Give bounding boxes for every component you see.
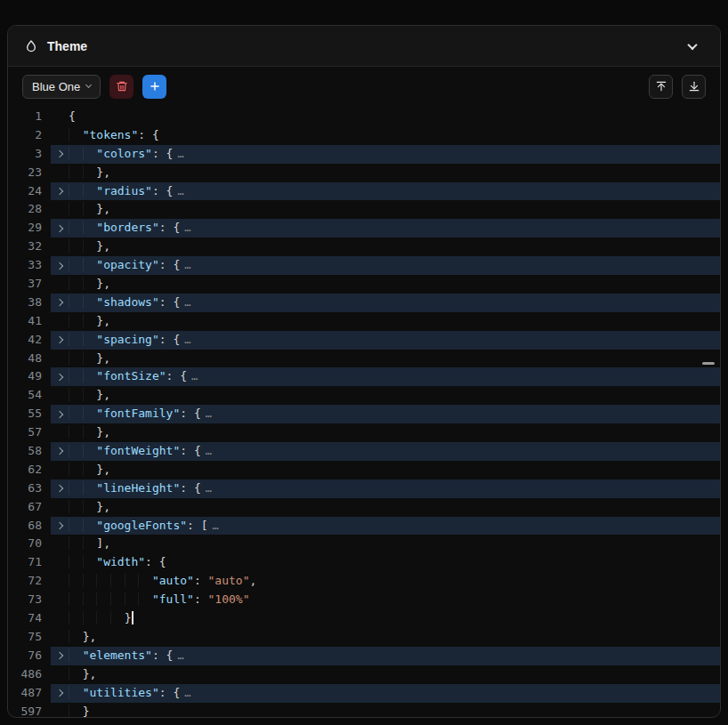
code-text: "width": { xyxy=(69,553,166,572)
editor-line[interactable]: 73 "full": "100%" xyxy=(8,591,720,609)
trash-icon xyxy=(116,80,128,93)
collapse-panel-button[interactable] xyxy=(681,35,704,58)
editor-line[interactable]: 24 "radius": {… xyxy=(8,182,720,201)
editor-line[interactable]: 1{ xyxy=(8,108,720,126)
plus-icon xyxy=(149,80,161,93)
editor-line[interactable]: 76 "elements": {… xyxy=(8,647,720,665)
editor-line[interactable]: 48 }, xyxy=(8,350,720,368)
editor-line[interactable]: 57 }, xyxy=(8,423,720,442)
editor-line[interactable]: 41 }, xyxy=(8,312,720,331)
code-text: "utilities": {… xyxy=(69,684,191,703)
line-number: 75 xyxy=(8,628,51,647)
fold-placeholder[interactable]: … xyxy=(180,259,191,271)
code-text: "elements": {… xyxy=(69,647,185,665)
fold-chevron-icon[interactable] xyxy=(51,479,69,498)
fold-gutter xyxy=(51,350,69,368)
theme-select[interactable]: Blue One xyxy=(22,75,101,99)
editor-line[interactable]: 62 }, xyxy=(8,461,720,479)
editor-line[interactable]: 58 "fontWeight": {… xyxy=(8,442,720,461)
line-number: 1 xyxy=(8,108,51,126)
toolbar: Blue One xyxy=(8,67,720,106)
fold-gutter xyxy=(51,200,69,219)
fold-gutter xyxy=(51,423,69,442)
editor-line[interactable]: 70 ], xyxy=(8,535,720,553)
fold-placeholder[interactable]: … xyxy=(187,370,198,383)
fold-gutter xyxy=(51,164,69,182)
fold-chevron-icon[interactable] xyxy=(51,256,69,275)
fold-placeholder[interactable]: … xyxy=(180,222,191,234)
editor-line[interactable]: 33 "opacity": {… xyxy=(8,256,720,275)
line-number: 72 xyxy=(8,572,51,591)
editor-line[interactable]: 74 } xyxy=(8,609,720,628)
fold-placeholder[interactable]: … xyxy=(201,407,213,420)
editor-line[interactable]: 54 }, xyxy=(8,386,720,405)
editor-line[interactable]: 49 "fontSize": {… xyxy=(8,367,720,386)
editor-line[interactable]: 2 "tokens": { xyxy=(8,126,720,145)
editor-line[interactable]: 37 }, xyxy=(8,275,720,294)
line-number: 3 xyxy=(8,145,51,164)
editor-line[interactable]: 42 "spacing": {… xyxy=(8,331,720,350)
fold-chevron-icon[interactable] xyxy=(51,647,69,665)
editor-line[interactable]: 75 }, xyxy=(8,628,720,647)
editor-line[interactable]: 55 "fontFamily": {… xyxy=(8,405,720,423)
fold-chevron-icon[interactable] xyxy=(51,145,69,164)
fold-placeholder[interactable]: … xyxy=(173,649,184,662)
fold-placeholder[interactable]: … xyxy=(180,334,191,346)
editor-line[interactable]: 63 "lineHeight": {… xyxy=(8,479,720,498)
fold-placeholder[interactable]: … xyxy=(180,687,191,699)
fold-chevron-icon[interactable] xyxy=(51,405,69,423)
code-text: "opacity": {… xyxy=(69,256,191,275)
editor-line[interactable]: 3 "colors": {… xyxy=(8,145,720,164)
editor-line[interactable]: 597 } xyxy=(8,703,720,718)
theme-panel: Theme Blue One xyxy=(7,25,721,718)
code-text: } xyxy=(69,609,133,628)
add-theme-button[interactable] xyxy=(142,75,166,99)
fold-placeholder[interactable]: … xyxy=(180,296,191,309)
upload-theme-button[interactable] xyxy=(649,75,673,99)
delete-theme-button[interactable] xyxy=(109,75,133,99)
code-text: }, xyxy=(69,665,96,684)
code-editor[interactable]: 1{2 "tokens": {3 "colors": {…23 },24 "ra… xyxy=(8,106,720,717)
fold-chevron-icon[interactable] xyxy=(51,367,69,386)
editor-line[interactable]: 67 }, xyxy=(8,498,720,517)
fold-placeholder[interactable]: … xyxy=(201,482,213,495)
theme-droplet-icon xyxy=(24,39,38,53)
editor-line[interactable]: 487 "utilities": {… xyxy=(8,684,720,703)
scrollbar-thumb[interactable] xyxy=(702,362,715,365)
code-text: "googleFonts": [… xyxy=(69,517,220,536)
fold-gutter xyxy=(51,461,69,479)
editor-line[interactable]: 28 }, xyxy=(8,200,720,219)
editor-line[interactable]: 71 "width": { xyxy=(8,553,720,572)
editor-line[interactable]: 486 }, xyxy=(8,665,720,684)
code-text: }, xyxy=(69,423,110,442)
editor-line[interactable]: 68 "googleFonts": [… xyxy=(8,517,720,536)
fold-gutter xyxy=(51,238,69,256)
fold-chevron-icon[interactable] xyxy=(51,331,69,350)
editor-line[interactable]: 38 "shadows": {… xyxy=(8,294,720,312)
code-text: "lineHeight": {… xyxy=(69,479,213,498)
code-text: } xyxy=(69,703,89,718)
fold-placeholder[interactable]: … xyxy=(201,445,213,457)
fold-placeholder[interactable]: … xyxy=(173,185,184,197)
fold-chevron-icon[interactable] xyxy=(51,442,69,461)
editor-line[interactable]: 72 "auto": "auto", xyxy=(8,572,720,591)
fold-chevron-icon[interactable] xyxy=(51,294,69,312)
line-number: 24 xyxy=(8,182,51,201)
fold-placeholder[interactable]: … xyxy=(173,148,184,160)
code-text: "fontFamily": {… xyxy=(69,405,213,423)
fold-gutter xyxy=(51,498,69,517)
line-number: 68 xyxy=(8,517,51,536)
fold-chevron-icon[interactable] xyxy=(51,684,69,703)
editor-line[interactable]: 23 }, xyxy=(8,164,720,182)
fold-chevron-icon[interactable] xyxy=(51,219,69,238)
download-theme-button[interactable] xyxy=(682,75,706,99)
editor-lines: 1{2 "tokens": {3 "colors": {…23 },24 "ra… xyxy=(8,108,720,717)
fold-placeholder[interactable]: … xyxy=(208,520,220,532)
fold-chevron-icon[interactable] xyxy=(51,182,69,201)
fold-gutter xyxy=(51,703,69,718)
fold-chevron-icon[interactable] xyxy=(51,517,69,536)
editor-line[interactable]: 32 }, xyxy=(8,238,720,256)
code-text: }, xyxy=(69,312,110,331)
code-text: "auto": "auto", xyxy=(69,572,256,591)
editor-line[interactable]: 29 "borders": {… xyxy=(8,219,720,238)
